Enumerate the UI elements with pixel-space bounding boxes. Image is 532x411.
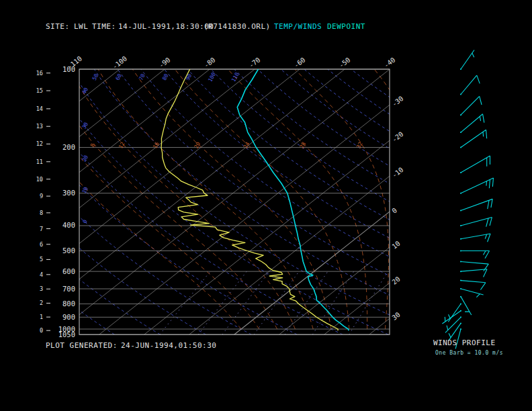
svg-text:-10: -10 [390, 166, 404, 179]
svg-text:900: 900 [62, 313, 75, 321]
svg-text:50: 50 [91, 73, 100, 81]
pressure-axis-labels: 10020030040050060070080090010001050 [58, 65, 75, 338]
plot-generated-value: 24-JUN-1994,01:50:30 [121, 341, 216, 350]
dewpoint-trace [161, 69, 338, 330]
svg-text:5: 5 [40, 256, 43, 263]
svg-text:-80: -80 [203, 56, 217, 69]
svg-text:200: 200 [62, 143, 75, 151]
svg-text:0: 0 [40, 327, 43, 334]
svg-text:14: 14 [36, 105, 43, 112]
svg-text:3: 3 [40, 285, 43, 292]
svg-text:15: 15 [36, 87, 43, 94]
svg-text:-50: -50 [338, 56, 352, 69]
svg-text:600: 600 [62, 267, 75, 275]
svg-text:0: 0 [82, 218, 89, 224]
barb-scale-note: One Barb = 10.0 m/s [435, 350, 503, 356]
temperature-axis-labels-top: -110-100-90-80-70-60-50-40 [66, 54, 396, 71]
svg-text:-30: -30 [390, 95, 404, 108]
svg-text:12: 12 [36, 140, 43, 147]
svg-text:20: 20 [390, 275, 401, 286]
svg-text:-70: -70 [248, 56, 262, 69]
svg-text:800: 800 [62, 300, 75, 308]
svg-text:16: 16 [152, 141, 161, 150]
svg-text:60: 60 [115, 73, 124, 81]
svg-text:10: 10 [390, 240, 401, 250]
svg-text:6: 6 [40, 241, 43, 248]
svg-text:11: 11 [36, 158, 43, 165]
svg-text:16: 16 [36, 70, 43, 77]
svg-text:30: 30 [390, 311, 401, 322]
svg-text:32: 32 [355, 141, 364, 150]
svg-text:30: 30 [81, 121, 90, 130]
svg-text:20: 20 [193, 141, 202, 150]
svg-text:7: 7 [40, 226, 43, 232]
svg-text:110: 110 [230, 71, 240, 83]
svg-text:70: 70 [138, 73, 146, 81]
svg-text:24: 24 [242, 141, 251, 150]
temperature-trace [237, 69, 349, 330]
temperature-axis-labels-right: -30-20-100102030 [390, 95, 404, 322]
plot-generated-label: PLOT GENERATED: [46, 341, 118, 350]
svg-text:-20: -20 [390, 130, 404, 144]
svg-text:12: 12 [118, 141, 126, 150]
svg-text:0: 0 [390, 206, 398, 214]
svg-text:700: 700 [62, 285, 75, 293]
svg-text:20: 20 [81, 154, 90, 163]
height-axis-labels: 012345678910111213141516 [36, 70, 50, 334]
wind-barbs [442, 50, 493, 349]
winds-profile-title: WINDS PROFILE [433, 338, 496, 347]
svg-text:-100: -100 [111, 54, 128, 71]
svg-text:400: 400 [62, 221, 75, 229]
svg-text:500: 500 [62, 246, 75, 255]
svg-text:1050: 1050 [58, 330, 75, 338]
svg-text:8: 8 [40, 210, 43, 216]
isotherm-lines [0, 69, 532, 334]
plot-border [79, 69, 390, 334]
svg-text:-40: -40 [383, 56, 397, 69]
svg-text:300: 300 [62, 189, 75, 197]
svg-text:-90: -90 [158, 56, 172, 69]
svg-text:4: 4 [40, 271, 43, 278]
svg-text:-60: -60 [293, 56, 307, 69]
sounding-display: { "header": { "site_label": "SITE:", "si… [0, 0, 532, 411]
svg-text:1: 1 [40, 314, 43, 320]
svg-text:2: 2 [40, 300, 43, 306]
svg-text:10: 10 [36, 176, 43, 183]
pressure-gridlines [79, 69, 390, 334]
svg-text:28: 28 [299, 141, 308, 150]
dry-adiabats [0, 69, 532, 334]
svg-text:9: 9 [40, 193, 43, 199]
svg-text:100: 100 [207, 71, 217, 83]
svg-text:13: 13 [36, 123, 43, 130]
